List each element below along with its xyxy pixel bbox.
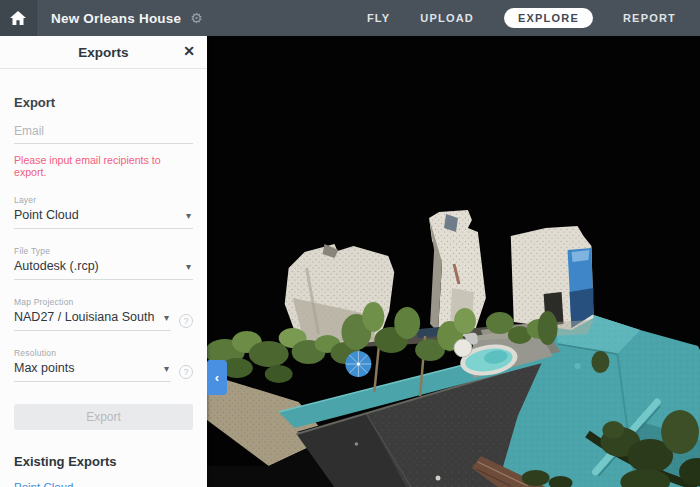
top-navigation-bar: New Orleans House ⚙ FLY UPLOAD EXPLORE R… bbox=[0, 0, 700, 36]
viewport-3d[interactable] bbox=[207, 36, 700, 487]
main-nav: FLY UPLOAD EXPLORE REPORT bbox=[367, 8, 700, 28]
map-projection-label: Map Projection bbox=[14, 297, 193, 307]
export-button[interactable]: Export bbox=[14, 404, 193, 430]
project-title: New Orleans House bbox=[51, 11, 181, 26]
file-type-field: File Type Autodesk (.rcp) ▾ bbox=[14, 246, 193, 280]
chevron-down-icon: ▾ bbox=[186, 261, 191, 272]
app-window: New Orleans House ⚙ FLY UPLOAD EXPLORE R… bbox=[0, 0, 700, 487]
chevron-left-icon: ‹ bbox=[215, 370, 219, 385]
map-projection-select[interactable]: NAD27 / Louisiana South ▾ bbox=[14, 310, 171, 331]
gear-icon[interactable]: ⚙ bbox=[190, 10, 203, 26]
map-projection-field: Map Projection NAD27 / Louisiana South ▾… bbox=[14, 297, 193, 331]
chevron-down-icon: ▾ bbox=[164, 363, 169, 374]
help-icon[interactable]: ? bbox=[179, 314, 193, 328]
panel-collapse-button[interactable]: ‹ bbox=[207, 360, 227, 395]
home-icon bbox=[10, 11, 26, 25]
nav-report[interactable]: REPORT bbox=[623, 12, 676, 24]
resolution-value: Max points bbox=[14, 361, 164, 375]
exports-panel-header: Exports ✕ bbox=[0, 36, 207, 69]
resolution-field: Resolution Max points ▾ ? bbox=[14, 348, 193, 382]
nav-fly[interactable]: FLY bbox=[367, 12, 390, 24]
chevron-down-icon: ▾ bbox=[186, 210, 191, 221]
file-type-select[interactable]: Autodesk (.rcp) ▾ bbox=[14, 259, 193, 280]
home-button[interactable] bbox=[0, 0, 37, 36]
map-projection-value: NAD27 / Louisiana South bbox=[14, 310, 164, 324]
close-icon[interactable]: ✕ bbox=[183, 43, 195, 59]
email-input[interactable] bbox=[14, 122, 193, 144]
help-icon[interactable]: ? bbox=[179, 365, 193, 379]
layer-value: Point Cloud bbox=[14, 208, 186, 222]
layer-field: Layer Point Cloud ▾ bbox=[14, 195, 193, 229]
layer-select[interactable]: Point Cloud ▾ bbox=[14, 208, 193, 229]
nav-explore[interactable]: EXPLORE bbox=[504, 8, 593, 28]
point-cloud-scene bbox=[207, 36, 700, 487]
nav-upload[interactable]: UPLOAD bbox=[420, 12, 474, 24]
file-type-value: Autodesk (.rcp) bbox=[14, 259, 186, 273]
file-type-label: File Type bbox=[14, 246, 193, 256]
exports-panel: Exports ✕ Export Please input email reci… bbox=[0, 36, 207, 487]
panel-title: Exports bbox=[78, 45, 128, 60]
resolution-select[interactable]: Max points ▾ bbox=[14, 361, 171, 382]
existing-export-layer-link[interactable]: Point Cloud bbox=[14, 481, 73, 487]
resolution-label: Resolution bbox=[14, 348, 193, 358]
email-error-message: Please input email recipients to export. bbox=[14, 154, 193, 178]
chevron-down-icon: ▾ bbox=[164, 312, 169, 323]
existing-exports-title: Existing Exports bbox=[14, 454, 193, 469]
exports-panel-body: Export Please input email recipients to … bbox=[0, 95, 207, 487]
layer-label: Layer bbox=[14, 195, 193, 205]
export-section-title: Export bbox=[14, 95, 193, 110]
